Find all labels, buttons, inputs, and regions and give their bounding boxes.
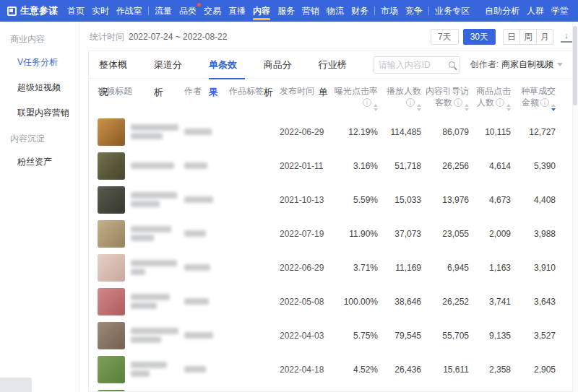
- info-icon[interactable]: i: [496, 98, 504, 107]
- nav-item[interactable]: 学堂: [548, 0, 572, 22]
- column-header[interactable]: 商品点击人数i: [473, 85, 515, 111]
- column-header[interactable]: 种草成交金额i: [515, 85, 560, 111]
- nav-item[interactable]: 品类: [176, 0, 200, 22]
- range-button[interactable]: 30天: [463, 29, 496, 45]
- nav-item[interactable]: 首页: [64, 0, 88, 22]
- tab[interactable]: 单条效果: [209, 51, 245, 79]
- sidebar-item[interactable]: 联盟内容营销: [0, 100, 79, 126]
- nav-item[interactable]: 营销: [298, 0, 323, 22]
- chevron-down-icon: [557, 63, 563, 66]
- nav-item[interactable]: 直播: [225, 0, 249, 22]
- video-thumbnail[interactable]: [98, 390, 125, 392]
- brand-logo[interactable]: 生意参谋: [7, 4, 58, 17]
- table-row[interactable]: 2022-04-184.52%26,43615,6112,3582,905: [89, 352, 573, 386]
- nav-item[interactable]: 交易: [200, 0, 225, 22]
- sort-icon[interactable]: [465, 104, 469, 111]
- visitors-cell: 55,705: [426, 331, 473, 341]
- range-button[interactable]: 7天: [431, 29, 459, 45]
- sort-desc-icon: [551, 108, 556, 111]
- sidebar-item[interactable]: 超级短视频: [0, 75, 79, 100]
- blurred-text-line: [131, 362, 167, 368]
- granularity-button[interactable]: 月: [536, 29, 553, 45]
- sort-icon[interactable]: [551, 104, 556, 111]
- ctr-cell: 3.71%: [335, 263, 382, 273]
- column-header[interactable]: 内容引导访客数i: [426, 85, 473, 111]
- column-label: 播放人数: [387, 86, 421, 96]
- table-row[interactable]: [89, 386, 573, 392]
- sidebar-footer-widget[interactable]: [0, 378, 32, 392]
- sidebar-item[interactable]: 粉丝资产: [0, 149, 79, 175]
- nav-item[interactable]: 竞争: [402, 0, 426, 22]
- scrollbar[interactable]: [572, 22, 578, 392]
- content-id-search[interactable]: [374, 56, 460, 74]
- nav-item[interactable]: 自助分析: [481, 0, 523, 22]
- sort-icon[interactable]: [417, 104, 421, 111]
- table-row[interactable]: 2022-07-1911.90%37,07323,0552,0093,988: [89, 217, 573, 251]
- video-thumbnail[interactable]: [98, 254, 125, 282]
- video-thumbnail[interactable]: [98, 288, 125, 315]
- tab[interactable]: 商品分析: [264, 51, 300, 79]
- blurred-text-line: [131, 260, 177, 266]
- granularity-button[interactable]: 周: [519, 29, 537, 45]
- table-row[interactable]: 2022-05-08100.00%38,64626,2523,7413,643: [89, 284, 573, 318]
- visitors-cell: 13,976: [426, 195, 473, 205]
- gmv-cell: 3,910: [515, 263, 560, 273]
- nav-item[interactable]: 流量: [151, 0, 176, 22]
- column-label: 商品点击人数: [476, 86, 511, 108]
- video-thumbnail[interactable]: [98, 118, 125, 146]
- column-header[interactable]: 曝光点击率i: [335, 85, 382, 111]
- download-icon[interactable]: ↓: [561, 32, 572, 43]
- table-row[interactable]: 2021-10-135.59%15,03313,9764,6734,408: [89, 183, 573, 217]
- video-thumbnail[interactable]: [98, 152, 125, 180]
- sort-icon[interactable]: [374, 104, 378, 111]
- column-label: 内容引导访客数: [426, 86, 469, 108]
- gmv-cell: 3,988: [515, 229, 560, 239]
- granularity-group: 日周月: [503, 29, 553, 45]
- video-title-blurred: [131, 122, 178, 141]
- scrollbar-thumb[interactable]: [573, 26, 577, 105]
- creator-filter[interactable]: 创作者: 商家自制视频: [470, 58, 563, 71]
- nav-item[interactable]: 财务: [348, 0, 372, 22]
- blurred-text-line: [131, 336, 161, 343]
- search-icon[interactable]: [449, 61, 455, 68]
- tab[interactable]: 渠道分析: [154, 51, 190, 79]
- clicks-cell: 10,115: [473, 127, 515, 137]
- video-thumbnail[interactable]: [98, 220, 125, 248]
- info-icon[interactable]: i: [454, 98, 462, 107]
- info-icon[interactable]: i: [363, 98, 371, 107]
- nav-item[interactable]: 人群: [523, 0, 548, 22]
- table-row[interactable]: 2022-06-2912.19%114,48586,07910,11512,72…: [89, 115, 573, 149]
- thumbnail-image: [98, 390, 125, 392]
- tab[interactable]: 整体概况: [99, 51, 135, 79]
- gmv-cell: 5,390: [515, 161, 560, 171]
- info-icon[interactable]: i: [406, 98, 415, 107]
- page-body: 商业内容V任务分析超级短视频联盟内容营销内容沉淀粉丝资产 统计时间 2022-0…: [0, 22, 578, 392]
- sidebar-item[interactable]: V任务分析: [0, 50, 79, 75]
- video-title-blurred: [131, 190, 177, 209]
- video-thumbnail[interactable]: [98, 322, 125, 349]
- nav-item[interactable]: 业务专区: [431, 0, 473, 22]
- table-row[interactable]: 2022-04-035.75%79,54555,7059,1353,527: [89, 318, 573, 352]
- sort-icon[interactable]: [506, 104, 511, 111]
- table-row[interactable]: 2022-06-293.71%11,1696,9451,1633,910: [89, 251, 573, 284]
- nav-item[interactable]: 市场: [377, 0, 402, 22]
- granularity-button[interactable]: 日: [503, 29, 520, 45]
- thumbnail-image: [98, 186, 125, 214]
- sort-asc-icon: [374, 104, 378, 107]
- nav-item[interactable]: 物流: [323, 0, 348, 22]
- clicks-cell: 1,163: [473, 263, 515, 273]
- nav-item[interactable]: 服务: [274, 0, 298, 22]
- info-icon[interactable]: i: [540, 98, 549, 107]
- sort-desc-icon: [374, 108, 378, 111]
- nav-item[interactable]: 实时: [88, 0, 113, 22]
- nav-item[interactable]: 内容: [249, 0, 274, 22]
- video-thumbnail[interactable]: [98, 186, 125, 214]
- blurred-text-line: [184, 366, 206, 373]
- nav-item[interactable]: 作战室: [113, 0, 146, 22]
- tab[interactable]: 行业榜单: [319, 51, 355, 79]
- column-header[interactable]: 播放人数i: [382, 85, 426, 111]
- video-thumbnail[interactable]: [98, 356, 125, 383]
- visitors-cell: 23,055: [426, 229, 473, 239]
- search-input[interactable]: [379, 60, 449, 70]
- table-row[interactable]: 2022-01-113.16%51,71826,2564,6145,390: [89, 149, 573, 183]
